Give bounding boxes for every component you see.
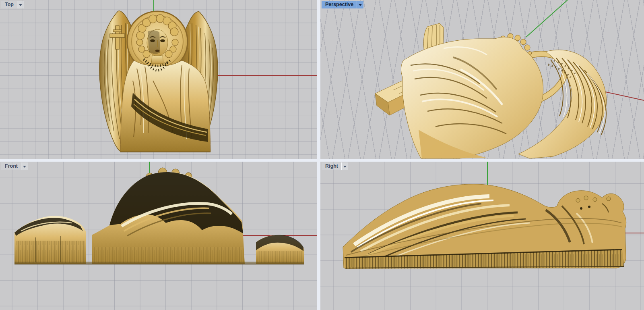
model-right-view[interactable] [320, 162, 644, 310]
model-perspective-view[interactable] [320, 0, 644, 159]
viewport-menu-button[interactable] [21, 162, 28, 170]
viewport-menu-button[interactable] [357, 1, 363, 8]
dropdown-arrow-icon [359, 4, 362, 6]
viewport-title[interactable]: Right [322, 162, 341, 170]
viewport-tab-right[interactable]: Right [322, 162, 348, 170]
viewport-title[interactable]: Perspective [322, 1, 357, 8]
dropdown-arrow-icon [343, 166, 347, 168]
dropdown-arrow-icon [23, 166, 26, 168]
viewport-tab-front[interactable]: Front [1, 162, 28, 170]
viewport-top[interactable]: Top [0, 0, 317, 159]
viewport-title[interactable]: Top [1, 1, 17, 8]
dropdown-arrow-icon [19, 4, 22, 6]
viewport-menu-button[interactable] [17, 1, 24, 8]
viewport-menu-button[interactable] [341, 162, 348, 170]
viewport-front[interactable]: Front [0, 162, 317, 310]
cad-workspace: Top [0, 0, 644, 310]
viewport-tab-perspective[interactable]: Perspective [322, 1, 363, 8]
model-top-view[interactable] [0, 0, 317, 159]
model-front-view[interactable] [0, 162, 317, 310]
viewport-tab-top[interactable]: Top [1, 1, 24, 8]
viewport-title[interactable]: Front [1, 162, 21, 170]
viewport-right[interactable]: Right [320, 162, 644, 310]
viewport-perspective[interactable]: Perspective [320, 0, 644, 159]
